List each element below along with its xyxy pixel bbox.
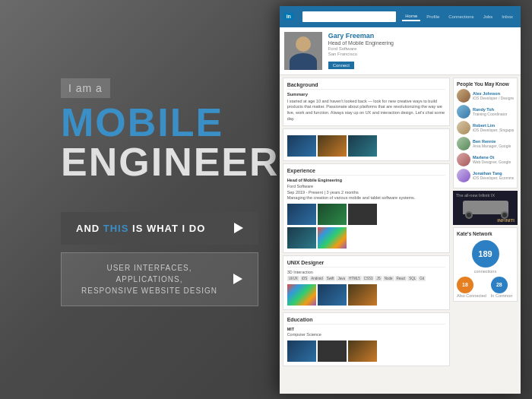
person-5-avatar xyxy=(457,153,470,166)
person-3-info: Robert Lim iOS Developer, Singapore Tele… xyxy=(473,123,514,132)
skill-4: Swift xyxy=(325,276,336,281)
play-icon-1 xyxy=(234,223,243,233)
avatar-body xyxy=(290,53,317,70)
also-connected-circle: 18 xyxy=(457,277,473,293)
profile-company: Ford Software xyxy=(328,46,394,51)
experience-dates: Sep 2019 - Present | 3 years 2 months xyxy=(287,190,445,196)
play-icon-2 xyxy=(233,274,242,284)
cta-button-1[interactable]: AND THIS IS WHAT I DO xyxy=(61,212,258,245)
in-common-circle: 28 xyxy=(491,277,508,293)
title-line1: MOBILE xyxy=(61,103,280,142)
skill-7: CSS3 xyxy=(363,276,375,281)
car-wheel-1 xyxy=(465,211,473,219)
skill-10: React xyxy=(395,276,407,281)
thumb-app xyxy=(348,135,377,157)
skills-grid: UI/UX iOS Android Swift Java HTML5 CSS3 … xyxy=(287,276,445,281)
connections-label: connections xyxy=(474,269,496,274)
skills-img-3 xyxy=(348,284,377,306)
network-widget: Kate's Network 189 connections 18 Also C… xyxy=(453,227,518,302)
summary-subtitle: Summary xyxy=(287,92,445,97)
cta-button-2[interactable]: USER INTERFACES, APPLICATIONS,RESPONSIVE… xyxy=(61,252,258,306)
infiniti-ad: The all-new Infiniti IX INFINITI xyxy=(453,191,518,225)
profile-info: Gary Freeman Head of Mobile Engineering … xyxy=(328,32,394,70)
person-4-role: Area Manager, Google xyxy=(473,144,511,148)
linkedin-main: Background Summary I started at age 10 a… xyxy=(283,78,450,369)
summary-images-section xyxy=(283,128,450,161)
skill-3: Android xyxy=(309,276,325,281)
profile-location: San Francisco xyxy=(328,52,394,56)
avatar-head xyxy=(296,36,311,52)
exp-thumb-2 xyxy=(318,204,347,225)
skill-5: Java xyxy=(336,276,347,281)
cta2-text: USER INTERFACES, APPLICATIONS,RESPONSIVE… xyxy=(77,262,222,296)
skills-img-2 xyxy=(318,284,347,306)
person-1: Alex Johnson iOS Developer / Designer xyxy=(457,89,514,103)
person-3-role: iOS Developer, Singapore Teleport xyxy=(473,128,514,132)
experience-images-2 xyxy=(287,227,445,249)
person-1-info: Alex Johnson iOS Developer / Designer xyxy=(473,91,514,100)
skill-12: Git xyxy=(418,276,426,281)
person-3: Robert Lim iOS Developer, Singapore Tele… xyxy=(457,121,514,135)
skills-img-1 xyxy=(287,284,316,306)
connections-circle: 189 xyxy=(472,240,499,268)
thumb-phone xyxy=(318,135,347,157)
experience-title: Experience xyxy=(287,168,445,176)
person-5-role: Web Designer, Google xyxy=(473,160,511,164)
linkedin-body: Background Summary I started at age 10 a… xyxy=(280,78,521,369)
person-2-info: Randy Toh Training Coordinator xyxy=(473,107,507,116)
exp-thumb-1 xyxy=(287,204,316,225)
summary-section: Background Summary I started at age 10 a… xyxy=(283,78,450,127)
exp-thumb-4 xyxy=(287,227,316,249)
also-connected-label: Also Connected xyxy=(457,293,486,298)
cta1-text: AND THIS IS WHAT I DO xyxy=(76,223,205,234)
title-block: I am a MOBILE ENGINEER xyxy=(61,78,280,182)
exp-thumb-5 xyxy=(318,227,347,249)
edu-img-1 xyxy=(287,340,316,362)
in-common-label: In Common xyxy=(491,293,512,298)
cta1-highlight: THIS xyxy=(103,223,129,234)
experience-desc: Managing the creation of various mobile … xyxy=(287,195,445,201)
person-4: Ben Rennie Area Manager, Google xyxy=(457,137,514,150)
linkedin-mock: in Home Profile Connections Jobs Inbox G… xyxy=(280,6,521,394)
network-stats: 18 Also Connected 28 In Common xyxy=(457,277,514,298)
skills-section: UNIX Designer 3D Interaction UI/UX iOS A… xyxy=(283,255,450,310)
skill-1: UI/UX xyxy=(287,276,299,281)
network-title: Kate's Network xyxy=(457,231,514,236)
connect-button[interactable]: Connect xyxy=(328,62,354,69)
nav-home: Home xyxy=(402,12,420,21)
profile-name: Gary Freeman xyxy=(328,32,394,40)
person-1-role: iOS Developer / Designer xyxy=(473,96,514,100)
linkedin-search xyxy=(302,11,396,22)
profile-header: Gary Freeman Head of Mobile Engineering … xyxy=(280,27,521,75)
intro-label: I am a xyxy=(68,82,103,94)
pymk-title: People You May Know xyxy=(457,81,514,87)
person-5-info: Marlene Ot Web Designer, Google xyxy=(473,155,511,164)
person-2-role: Training Coordinator xyxy=(473,112,507,116)
education-title: Education xyxy=(287,317,445,325)
person-6-info: Jonathan Tang iOS Developer, Ecommerce xyxy=(473,171,514,180)
avatar xyxy=(284,32,322,70)
person-1-avatar xyxy=(457,89,470,103)
nav-connections: Connections xyxy=(445,13,477,21)
person-3-avatar xyxy=(457,121,470,135)
ad-car xyxy=(459,196,512,219)
nav-inbox: Inbox xyxy=(499,13,516,21)
person-4-info: Ben Rennie Area Manager, Google xyxy=(473,139,511,148)
experience-company: Ford Software xyxy=(287,184,445,190)
skills-subtitle: 3D Interaction xyxy=(287,270,445,276)
experience-images xyxy=(287,204,445,225)
skill-2: iOS xyxy=(300,276,309,281)
skill-9: Node xyxy=(383,276,394,281)
title-line2: ENGINEER xyxy=(61,142,280,182)
skill-6: HTML5 xyxy=(347,276,362,281)
pymk-widget: People You May Know Alex Johnson iOS Dev… xyxy=(453,78,518,188)
person-4-avatar xyxy=(457,137,470,150)
in-common: 28 In Common xyxy=(491,277,512,298)
skill-8: JS xyxy=(375,276,382,281)
also-connected: 18 Also Connected xyxy=(457,277,486,298)
experience-role: Head of Mobile Engineering xyxy=(287,178,445,184)
summary-images xyxy=(287,135,445,157)
education-images xyxy=(287,340,445,362)
exp-thumb-3 xyxy=(348,204,377,225)
skills-images xyxy=(287,284,445,306)
